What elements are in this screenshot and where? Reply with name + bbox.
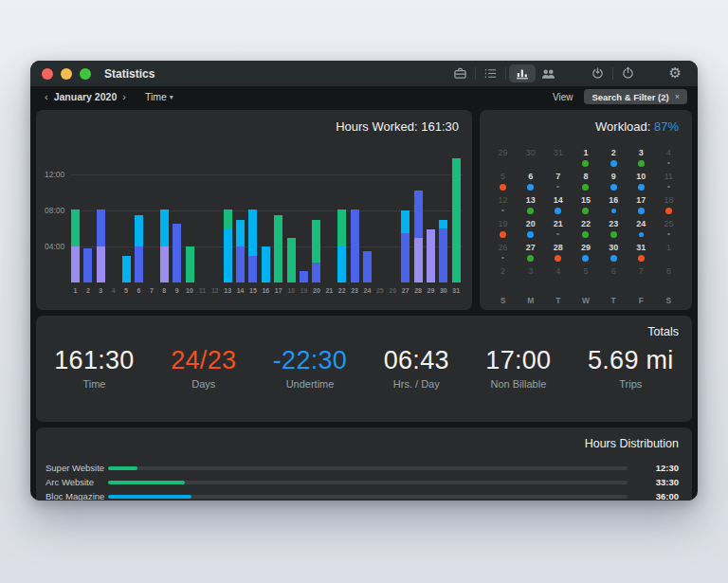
gear-icon[interactable]: ⚙ bbox=[664, 64, 686, 82]
view-button[interactable]: View bbox=[553, 92, 573, 102]
calendar-day[interactable]: 12 bbox=[489, 195, 517, 219]
calendar-day[interactable]: 3 bbox=[517, 266, 544, 290]
day-bar[interactable]: 8 bbox=[160, 129, 169, 282]
calendar-day[interactable]: 2 bbox=[600, 148, 628, 172]
day-bar[interactable]: 31 bbox=[452, 129, 461, 282]
day-bar[interactable]: 4 bbox=[109, 129, 118, 282]
day-bar[interactable]: 10 bbox=[186, 129, 194, 282]
day-bar[interactable]: 14 bbox=[236, 129, 245, 282]
close-window-button[interactable] bbox=[42, 68, 53, 80]
calendar-day[interactable]: 4 bbox=[544, 266, 572, 290]
day-bar[interactable]: 21 bbox=[325, 129, 334, 282]
search-filter-button[interactable]: Search & Filter (2) × bbox=[584, 89, 687, 104]
calendar-day[interactable]: 20 bbox=[517, 219, 544, 243]
calendar-day[interactable]: 2 bbox=[489, 266, 517, 290]
day-bar[interactable]: 29 bbox=[427, 129, 435, 282]
day-bar[interactable]: 30 bbox=[439, 129, 447, 282]
calendar-day[interactable]: 7 bbox=[544, 172, 572, 195]
calendar-day[interactable]: 8 bbox=[572, 172, 599, 195]
clock-out-icon[interactable] bbox=[616, 64, 640, 82]
day-bar[interactable]: 3 bbox=[97, 129, 105, 282]
day-bar[interactable]: 2 bbox=[83, 129, 92, 282]
minimize-window-button[interactable] bbox=[61, 68, 72, 80]
calendar-day[interactable]: 5 bbox=[572, 266, 599, 290]
day-bar[interactable]: 25 bbox=[375, 129, 384, 282]
day-bar[interactable]: 12 bbox=[210, 129, 219, 282]
day-bar[interactable]: 13 bbox=[224, 129, 232, 282]
day-bar[interactable]: 1 bbox=[71, 129, 80, 282]
day-bar[interactable]: 23 bbox=[351, 129, 359, 282]
distribution-row[interactable]: Bloc Magazine36:00 bbox=[46, 489, 679, 501]
calendar-day[interactable]: 1 bbox=[655, 243, 682, 266]
people-icon[interactable] bbox=[536, 65, 561, 82]
day-bar[interactable]: 19 bbox=[300, 129, 308, 282]
calendar-day[interactable]: 15 bbox=[572, 195, 599, 219]
calendar-day[interactable]: 26 bbox=[489, 243, 517, 266]
calendar-day[interactable]: 22 bbox=[572, 219, 599, 243]
toolbar-separator bbox=[475, 67, 476, 80]
calendar-day[interactable]: 9 bbox=[600, 172, 628, 195]
day-bar[interactable]: 18 bbox=[287, 129, 296, 282]
calendar-day[interactable]: 27 bbox=[517, 243, 544, 266]
day-bar[interactable]: 24 bbox=[363, 129, 372, 282]
calendar-day[interactable]: 28 bbox=[544, 243, 572, 266]
calendar-day[interactable]: 16 bbox=[600, 195, 628, 219]
day-bar[interactable]: 27 bbox=[401, 129, 410, 282]
clock-in-icon[interactable] bbox=[586, 64, 610, 82]
day-bar[interactable]: 5 bbox=[122, 129, 131, 282]
zoom-window-button[interactable] bbox=[80, 68, 91, 80]
calendar-day[interactable]: 30 bbox=[600, 243, 628, 266]
calendar-day[interactable]: 1 bbox=[572, 148, 599, 172]
calendar-day[interactable]: 25 bbox=[655, 219, 682, 243]
calendar-day[interactable]: 29 bbox=[572, 243, 599, 266]
day-bar[interactable]: 15 bbox=[248, 129, 257, 282]
calendar-day[interactable]: 31 bbox=[544, 148, 572, 172]
briefcase-icon[interactable] bbox=[448, 64, 472, 82]
day-bar[interactable]: 22 bbox=[337, 129, 346, 282]
day-bar[interactable]: 11 bbox=[198, 129, 207, 282]
calendar-day[interactable]: 6 bbox=[600, 266, 628, 290]
calendar-day[interactable]: 23 bbox=[600, 219, 628, 243]
day-bar[interactable]: 28 bbox=[414, 129, 423, 282]
calendar-day[interactable]: 14 bbox=[544, 195, 572, 219]
day-bar[interactable]: 20 bbox=[312, 129, 320, 282]
x-axis-label: 3 bbox=[99, 287, 102, 294]
day-bar[interactable]: 9 bbox=[173, 129, 181, 282]
distribution-row[interactable]: Arc Website33:30 bbox=[46, 475, 679, 489]
bar-segment bbox=[351, 210, 359, 282]
calendar-day[interactable]: 19 bbox=[489, 219, 517, 243]
calendar-day[interactable]: 30 bbox=[517, 148, 544, 172]
calendar-day[interactable]: 18 bbox=[655, 195, 682, 219]
calendar-day[interactable]: 8 bbox=[655, 266, 682, 290]
calendar-day[interactable]: 7 bbox=[628, 266, 655, 290]
calendar-day[interactable]: 3 bbox=[628, 148, 655, 172]
calendar-day[interactable]: 13 bbox=[517, 195, 544, 219]
calendar-day[interactable]: 4 bbox=[655, 148, 682, 172]
next-month-button[interactable]: › bbox=[118, 91, 130, 102]
x-axis-label: 18 bbox=[287, 287, 295, 294]
stat-label: Undertime bbox=[273, 378, 347, 390]
day-bar[interactable]: 6 bbox=[135, 129, 143, 282]
calendar-day[interactable]: 17 bbox=[628, 195, 655, 219]
calendar-day[interactable]: 11 bbox=[655, 172, 682, 195]
calendar-day-number: 13 bbox=[517, 195, 544, 206]
project-hours: 33:30 bbox=[635, 477, 679, 487]
period-label[interactable]: January 2020 bbox=[52, 91, 119, 102]
calendar-day[interactable]: 6 bbox=[517, 172, 544, 195]
calendar-day[interactable]: 31 bbox=[628, 243, 655, 266]
day-bar[interactable]: 16 bbox=[262, 129, 270, 282]
mode-dropdown[interactable]: Time ▾ bbox=[145, 91, 173, 102]
day-bar[interactable]: 7 bbox=[147, 129, 155, 282]
calendar-day[interactable]: 29 bbox=[489, 148, 517, 172]
calendar-day[interactable]: 24 bbox=[628, 219, 655, 243]
calendar-day[interactable]: 10 bbox=[628, 172, 655, 195]
day-bar[interactable]: 17 bbox=[274, 129, 282, 282]
calendar-day[interactable]: 21 bbox=[544, 219, 572, 243]
close-icon[interactable]: × bbox=[675, 92, 680, 101]
list-icon[interactable] bbox=[479, 64, 502, 82]
bar-chart-icon[interactable] bbox=[509, 64, 536, 82]
calendar-day[interactable]: 5 bbox=[489, 172, 517, 195]
prev-month-button[interactable]: ‹ bbox=[41, 91, 52, 102]
day-bar[interactable]: 26 bbox=[389, 129, 397, 282]
distribution-row[interactable]: Super Website12:30 bbox=[46, 461, 679, 475]
